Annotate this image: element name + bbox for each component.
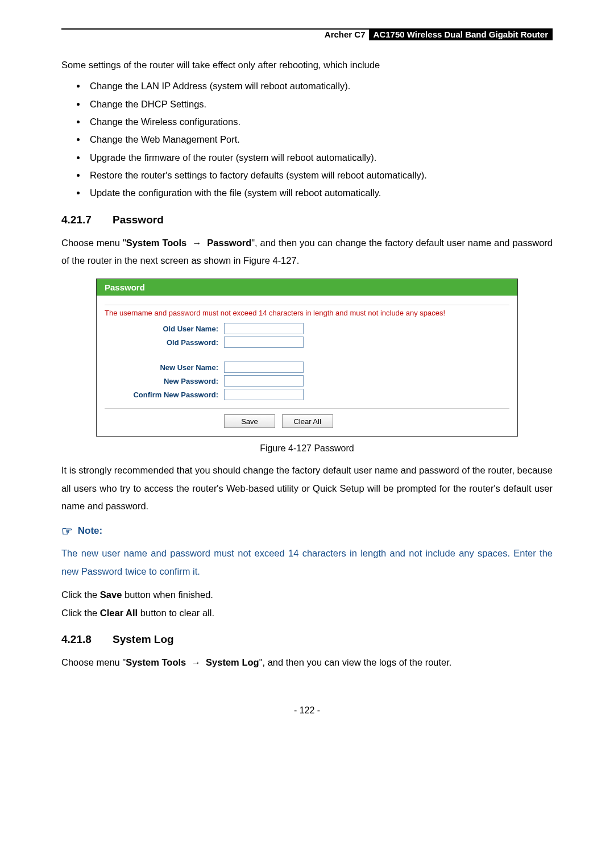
panel-title-bar: Password <box>97 279 517 296</box>
product-model: Archer C7 <box>321 28 369 40</box>
section-number: 4.21.8 <box>61 633 113 646</box>
document-header: Archer C7AC1750 Wireless Dual Band Gigab… <box>61 28 553 40</box>
list-item: Restore the router's settings to factory… <box>86 167 553 184</box>
label-old-username: Old User Name: <box>105 325 218 333</box>
note-label: Note: <box>78 526 102 537</box>
product-description: AC1750 Wireless Dual Band Gigabit Router <box>369 28 553 40</box>
pointing-hand-icon: ☞ <box>61 524 73 539</box>
label-new-password: New Password: <box>105 377 218 385</box>
new-username-input[interactable] <box>224 362 304 373</box>
text-fragment: Click the <box>61 608 100 618</box>
post-figure-paragraph: It is strongly recommended that you shou… <box>61 462 553 515</box>
section2-paragraph: Choose menu "System Tools → System Log",… <box>61 654 553 671</box>
intro-text: Some settings of the router will take ef… <box>61 56 553 74</box>
text-fragment: button when finished. <box>122 589 213 600</box>
confirm-password-input[interactable] <box>224 389 304 400</box>
section-title: System Log <box>113 633 174 645</box>
warning-text: The username and password must not excee… <box>105 309 509 317</box>
list-item: Update the configuration with the file (… <box>86 184 553 202</box>
list-item: Change the Wireless configurations. <box>86 113 553 131</box>
section1-paragraph: Choose menu "System Tools → Password", a… <box>61 234 553 270</box>
label-old-password: Old Password: <box>105 338 218 347</box>
page-number: - 122 - <box>61 705 553 716</box>
text-fragment: ", and then you can view the logs of the… <box>259 657 452 667</box>
click-clear-text: Click the Clear All button to clear all. <box>61 604 553 622</box>
text-fragment: Choose menu " <box>61 238 126 248</box>
button-name-bold: Save <box>100 589 122 600</box>
clear-all-button[interactable]: Clear All <box>282 414 333 428</box>
section-number: 4.21.7 <box>61 214 113 226</box>
save-button[interactable]: Save <box>224 414 275 428</box>
figure-caption: Figure 4-127 Password <box>61 443 553 454</box>
menu-name-bold: Password <box>207 238 251 248</box>
click-save-text: Click the Save button when finished. <box>61 586 553 604</box>
list-item: Change the Web Management Port. <box>86 131 553 148</box>
label-confirm-password: Confirm New Password: <box>105 391 218 399</box>
list-item: Change the DHCP Settings. <box>86 95 553 113</box>
note-text: The new user name and password must not … <box>61 545 553 580</box>
bullet-list: Change the LAN IP Address (system will r… <box>61 77 553 202</box>
old-password-input[interactable] <box>224 337 304 348</box>
menu-name-bold: System Tools <box>126 657 186 667</box>
text-fragment: Choose menu " <box>61 657 126 667</box>
label-new-username: New User Name: <box>105 363 218 372</box>
menu-name-bold: System Log <box>206 657 259 667</box>
text-fragment: Click the <box>61 589 100 600</box>
text-fragment: button to clear all. <box>138 608 214 618</box>
new-password-input[interactable] <box>224 375 304 387</box>
figure-password-screenshot: Password The username and password must … <box>96 279 518 437</box>
section-heading-system-log: 4.21.8System Log <box>61 633 553 646</box>
button-name-bold: Clear All <box>100 608 138 618</box>
old-username-input[interactable] <box>224 323 304 334</box>
list-item: Upgrade the firmware of the router (syst… <box>86 149 553 167</box>
list-item: Change the LAN IP Address (system will r… <box>86 77 553 95</box>
note-heading: ☞ Note: <box>61 524 553 539</box>
section-heading-password: 4.21.7Password <box>61 214 553 226</box>
menu-name-bold: System Tools <box>126 238 186 248</box>
section-title: Password <box>113 214 164 226</box>
